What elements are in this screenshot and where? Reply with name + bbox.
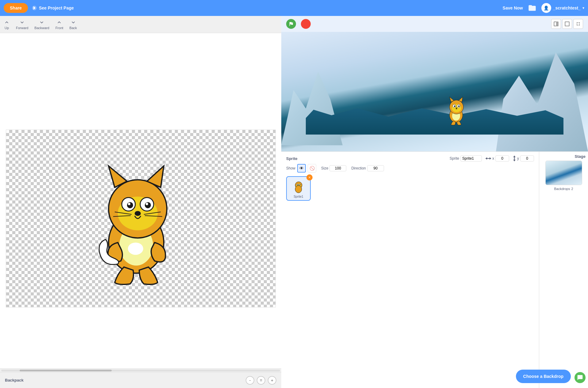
scroll-thumb[interactable]: [20, 370, 112, 371]
back-button[interactable]: Back: [69, 19, 77, 30]
sprite-delete-button[interactable]: ×: [306, 174, 313, 181]
size-label: Size: [321, 166, 328, 170]
scratch-logo-icon: [32, 5, 37, 11]
small-stage-button[interactable]: [551, 19, 561, 29]
see-project-label: See Project Page: [39, 6, 74, 10]
sprite-name-label: Sprite: [450, 156, 459, 161]
direction-input[interactable]: [367, 165, 384, 171]
add-sprite-fab[interactable]: [575, 372, 586, 383]
flag-icon: [288, 21, 294, 27]
green-flag-button[interactable]: [286, 19, 296, 29]
cat-stage-sprite: [444, 95, 468, 125]
forward-icon: [19, 19, 25, 25]
sprites-grid: × Sprite1: [286, 176, 534, 201]
svg-point-29: [454, 105, 455, 107]
up-icon: [4, 19, 10, 25]
header: Share See Project Page Save Now 👤 _scrat…: [0, 0, 588, 16]
zoom-controls: - = +: [246, 376, 276, 385]
left-panel: Up Forward Backward Front Back: [0, 16, 281, 388]
backpack-label: Backpack: [5, 378, 24, 382]
svg-point-42: [297, 184, 298, 185]
user-menu[interactable]: 👤 _scratchtest_ ▾: [541, 3, 584, 13]
svg-point-46: [295, 185, 302, 193]
controls-bar: [281, 16, 588, 32]
canvas-area: [0, 33, 281, 368]
sprite-section-label: Sprite: [286, 156, 298, 161]
up-button[interactable]: Up: [4, 19, 10, 30]
sprite-y-group: y: [513, 155, 534, 162]
y-axis-icon: [513, 156, 516, 161]
see-project-button[interactable]: See Project Page: [32, 5, 74, 11]
scroll-track[interactable]: [1, 370, 280, 371]
editor-toolbar: Up Forward Backward Front Back: [0, 16, 281, 33]
x-input[interactable]: [495, 155, 509, 162]
zoom-reset-button[interactable]: =: [257, 376, 265, 385]
backdrops-info: Backdrops 2: [554, 187, 573, 191]
stage-preview: [281, 32, 588, 151]
svg-point-11: [145, 202, 151, 208]
forward-button[interactable]: Forward: [16, 19, 28, 30]
backward-label: Backward: [34, 26, 49, 30]
save-now-button[interactable]: Save Now: [503, 6, 523, 10]
show-group: Show 👁 🚫: [286, 164, 316, 173]
share-button[interactable]: Share: [4, 3, 28, 13]
back-icon: [70, 19, 76, 25]
zoom-out-button[interactable]: -: [246, 376, 254, 385]
svg-marker-38: [513, 160, 516, 161]
svg-marker-35: [486, 157, 487, 160]
stop-button[interactable]: [301, 19, 311, 29]
username-label: _scratchtest_: [553, 6, 581, 10]
svg-point-9: [128, 203, 130, 205]
list-item[interactable]: × Sprite1: [286, 176, 311, 201]
stage-thumbnail[interactable]: [545, 161, 582, 185]
direction-group: Direction: [351, 165, 384, 171]
sprite-properties: Sprite x y: [450, 155, 534, 162]
folder-icon[interactable]: [528, 4, 536, 12]
svg-point-32: [456, 108, 457, 109]
sprite-name-group: Sprite: [450, 155, 482, 162]
avatar: 👤: [541, 3, 551, 13]
svg-point-12: [146, 203, 148, 205]
back-label: Back: [69, 26, 77, 30]
view-buttons: [551, 19, 583, 29]
front-label: Front: [56, 26, 63, 30]
show-size-direction-row: Show 👁 🚫 Size Direction: [286, 164, 534, 173]
sprite-name-display: Sprite1: [294, 195, 303, 198]
front-icon: [56, 19, 62, 25]
fullscreen-icon: [576, 21, 581, 26]
header-right: Save Now 👤 _scratchtest_ ▾: [503, 3, 584, 13]
svg-point-18: [128, 242, 143, 255]
front-button[interactable]: Front: [56, 19, 63, 30]
sprite-x-group: x: [486, 155, 509, 162]
sprite-thumbnail: [291, 179, 306, 194]
show-label: Show: [286, 166, 295, 170]
backward-icon: [39, 19, 45, 25]
chat-icon: [577, 375, 583, 381]
svg-marker-34: [490, 157, 491, 160]
chevron-down-icon: ▾: [582, 6, 584, 10]
svg-point-31: [458, 105, 460, 107]
sprite-name-input[interactable]: [460, 155, 482, 162]
bottom-toolbar: Backpack - = +: [0, 372, 281, 388]
backward-button[interactable]: Backward: [34, 19, 49, 30]
svg-marker-37: [513, 156, 516, 157]
backdrops-count: 2: [571, 187, 573, 191]
show-hidden-button[interactable]: 🚫: [308, 164, 316, 173]
show-visible-button[interactable]: 👁: [297, 164, 306, 173]
normal-stage-button[interactable]: [562, 19, 572, 29]
choose-backdrop-button[interactable]: Choose a Backdrop: [516, 370, 571, 383]
size-input[interactable]: [329, 165, 346, 171]
svg-point-13: [135, 211, 141, 216]
forward-label: Forward: [16, 26, 28, 30]
cat-sprite: [90, 157, 182, 285]
svg-point-44: [299, 184, 300, 185]
stage-tab-label: Stage: [575, 154, 586, 159]
y-input[interactable]: [520, 155, 534, 162]
zoom-in-button[interactable]: +: [268, 376, 276, 385]
fullscreen-button[interactable]: [573, 19, 583, 29]
stage-panel: Stage Backdrops 2: [539, 152, 588, 388]
normal-stage-icon: [565, 21, 570, 26]
direction-label: Direction: [351, 166, 366, 170]
y-label: y: [517, 156, 519, 161]
backdrops-label: Backdrops: [554, 187, 570, 191]
